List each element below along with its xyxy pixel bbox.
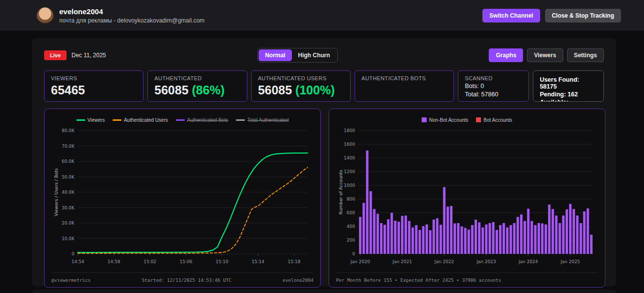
avatar [37,7,53,24]
svg-text:14:58: 14:58 [108,259,120,264]
svg-text:Jan 2025: Jan 2025 [560,259,580,264]
scanned-total: Total: 57860 [465,91,522,98]
line-chart-footer: @viewermetrics Started: 12/11/2025 14:53… [51,272,313,287]
svg-text:15:06: 15:06 [180,259,192,264]
stats-row: VIEWERS 65465 AUTHENTICATED 56085 (86%) … [44,70,604,102]
svg-text:0: 0 [72,251,74,256]
svg-text:15:14: 15:14 [252,259,264,264]
legend-item[interactable]: Total Authenticated [236,117,289,123]
svg-text:0: 0 [352,251,355,256]
tracking-panel: Live Dec 11, 2025 Normal High Churn Grap… [32,38,616,286]
stat-value: 56085 (100%) [258,83,344,97]
svg-text:Jan 2024: Jan 2024 [518,259,538,264]
legend-swatch [76,119,85,121]
svg-text:80.0K: 80.0K [62,128,75,133]
channel-subtitle: почта для рекламы - delovoykozakovadim@g… [59,17,482,24]
charts-row: ViewersAuthenticated UsersAuthenticated … [44,109,604,288]
legend-swatch [422,117,427,122]
top-header: evelone2004 почта для рекламы - delovoyk… [0,0,644,31]
svg-text:10.0K: 10.0K [62,236,75,241]
next-section-panel [32,290,616,293]
tab-graphs[interactable]: Graphs [489,48,523,62]
users-found: Users Found: 58175 [540,76,597,90]
close-stop-tracking-button[interactable]: Close & Stop Tracking [545,9,621,23]
legend-swatch [113,119,121,121]
svg-text:20.0K: 20.0K [62,221,75,225]
svg-text:15:18: 15:18 [287,259,300,264]
legend-item[interactable]: Non-Bot Accounts [422,117,468,123]
legend-item[interactable]: Authenticated Bots [176,117,228,123]
mode-normal-button[interactable]: Normal [259,49,291,61]
legend-item[interactable]: Bot Accounts [476,117,512,123]
stat-label: VIEWERS [51,75,137,81]
line-chart-canvas: 010.0K20.0K30.0K40.0K50.0K60.0K70.0K80.0… [51,126,313,272]
svg-text:1600: 1600 [344,142,355,147]
line-chart-legend: ViewersAuthenticated UsersAuthenticated … [51,114,313,126]
stat-card-scanned: SCANNED Bots: 0 Total: 57860 [458,70,529,102]
bar-chart-footer: Per Month Before 155 • Expected After 24… [336,272,598,287]
pending: Pending: 162 [540,91,597,98]
svg-text:Jan 2023: Jan 2023 [476,259,496,264]
svg-text:Number of Accounts: Number of Accounts [338,170,343,215]
stat-percent: (100%) [295,83,335,97]
stat-card-authenticated-bots: AUTHENTICATED BOTS [355,70,454,102]
svg-text:1400: 1400 [344,156,355,160]
stat-label: AUTHENTICATED [154,75,240,81]
svg-text:30.0K: 30.0K [62,205,75,210]
stat-card-summary: Users Found: 58175 Pending: 162 Availabl… [533,70,604,102]
svg-text:50.0K: 50.0K [62,175,75,180]
bar-chart-legend: Non-Bot AccountsBot Accounts [336,114,598,126]
legend-swatch [236,119,245,121]
channel-name: evelone2004 [59,7,482,16]
toolbar: Live Dec 11, 2025 Normal High Churn Grap… [44,48,604,63]
stat-card-authenticated: AUTHENTICATED 56085 (86%) [147,70,247,102]
available: Available: 3331/5000 [540,99,597,102]
tab-settings[interactable]: Settings [567,48,604,62]
legend-swatch [176,119,185,121]
stat-label: AUTHENTICATED BOTS [361,75,447,81]
svg-text:Jan 2020: Jan 2020 [350,259,370,264]
legend-item[interactable]: Viewers [76,117,105,123]
accounts-bar-chart-card: Non-Bot AccountsBot Accounts 02004006008… [329,109,605,288]
svg-text:Viewers / Users / Bots: Viewers / Users / Bots [54,168,59,216]
svg-text:70.0K: 70.0K [62,144,75,149]
started-timestamp: Started: 12/11/2025 14:53:46 UTC [142,277,232,283]
line-chart-svg: 010.0K20.0K30.0K40.0K50.0K60.0K70.0K80.0… [51,126,313,268]
legend-swatch [476,117,481,122]
svg-text:800: 800 [347,197,355,202]
svg-text:600: 600 [347,210,355,215]
svg-text:14:54: 14:54 [72,259,84,264]
mode-high-churn-button[interactable]: High Churn [292,49,336,61]
stat-percent: (86%) [192,83,225,97]
svg-text:60.0K: 60.0K [62,159,75,164]
svg-text:1800: 1800 [344,128,355,133]
bar-chart-svg: 020040060080010001200140016001800Jan 202… [336,126,598,268]
svg-text:400: 400 [347,224,355,229]
svg-text:Jan 2021: Jan 2021 [392,259,412,264]
stat-value: 65465 [51,83,137,97]
date-label: Dec 11, 2025 [72,52,106,59]
stat-label: SCANNED [465,75,522,81]
footer-channel-name: evelone2004 [283,277,313,283]
svg-text:1000: 1000 [344,183,355,188]
bar-footer-text: Per Month Before 155 • Expected After 24… [336,277,501,283]
stat-label: AUTHENTICATED USERS [258,75,344,81]
watermark: @viewermetrics [51,277,91,283]
svg-text:40.0K: 40.0K [62,190,75,195]
scanned-bots: Bots: 0 [465,83,522,90]
stat-card-viewers: VIEWERS 65465 [44,70,143,102]
tab-viewers[interactable]: Viewers [527,48,563,62]
svg-text:15:02: 15:02 [143,259,156,264]
svg-text:15:10: 15:10 [215,259,228,264]
live-badge: Live [44,50,67,60]
mode-toggle: Normal High Churn [257,48,338,63]
svg-text:200: 200 [347,238,355,243]
legend-item[interactable]: Authenticated Users [113,117,168,123]
svg-text:Jan 2022: Jan 2022 [434,259,454,264]
viewers-line-chart-card: ViewersAuthenticated UsersAuthenticated … [44,109,321,288]
svg-text:1200: 1200 [344,169,355,174]
stat-value: 56085 (86%) [154,83,240,97]
stat-card-authenticated-users: AUTHENTICATED USERS 56085 (100%) [251,70,351,102]
bar-chart-canvas: 020040060080010001200140016001800Jan 202… [336,126,598,272]
switch-channel-button[interactable]: Switch Channel [482,9,540,23]
